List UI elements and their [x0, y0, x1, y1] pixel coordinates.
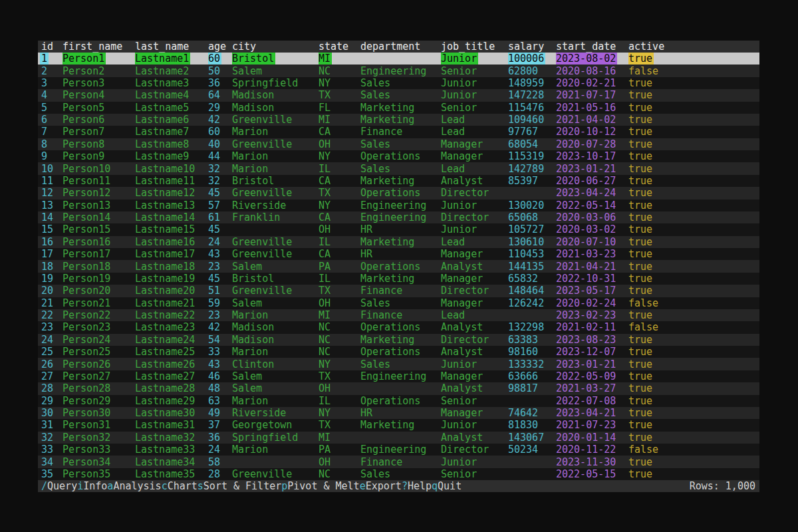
shortcut-label[interactable]: Pivot & Melt [287, 480, 359, 492]
shortcut-label[interactable]: Query [47, 480, 77, 492]
cell-job_title: Junior [441, 53, 508, 65]
column-header-first_name[interactable]: first_name [63, 41, 135, 53]
shortcut-label[interactable]: Help [408, 480, 432, 492]
cell-city: Bristol [232, 273, 319, 285]
cell-id: 2 [38, 65, 63, 76]
cell-id: 5 [38, 102, 63, 114]
column-header-age[interactable]: age [208, 41, 232, 53]
shortcut-key[interactable]: ? [402, 480, 408, 492]
shortcut-label[interactable]: Analysis [113, 480, 161, 492]
shortcut-label[interactable]: Sort & Filter [203, 480, 281, 492]
table-row[interactable]: 34Person34Lastname3458OHFinanceJunior202… [38, 456, 759, 467]
shortcut-label[interactable]: Chart [168, 480, 198, 492]
column-header-job_title[interactable]: job_title [441, 41, 508, 53]
cell-last_name: Lastname23 [135, 321, 208, 333]
table-row[interactable]: 21Person21Lastname2159SalemOHSalesManage… [38, 297, 759, 309]
cell-first_name: Person6 [63, 114, 135, 126]
table-row[interactable]: 10Person10Lastname1032MarionILSalesLead1… [38, 162, 759, 174]
table-row[interactable]: 18Person18Lastname1823SalemPAOperationsA… [38, 260, 759, 272]
table-row[interactable]: 22Person22Lastname2223MarionMIFinanceLea… [38, 309, 759, 321]
cell-id: 31 [38, 419, 63, 431]
column-header-id[interactable]: id [38, 41, 63, 53]
table-row[interactable]: 30Person30Lastname3049RiversideNYHRManag… [38, 407, 759, 419]
table-row[interactable]: 14Person14Lastname1461FranklinCAEngineer… [38, 211, 759, 223]
column-header-state[interactable]: state [319, 41, 360, 53]
table-row[interactable]: 4Person4Lastname464MadisonTXSalesJunior1… [38, 89, 759, 101]
table-row[interactable]: 35Person35Lastname3528GreenvilleNCSalesS… [38, 468, 759, 480]
table-row[interactable]: 6Person6Lastname642GreenvilleMIMarketing… [38, 114, 759, 126]
cell-salary: 85397 [508, 175, 556, 187]
table-row[interactable]: 3Person3Lastname336SpringfieldNYSalesJun… [38, 77, 759, 89]
table-row[interactable]: 27Person27Lastname2746SalemTXEngineering… [38, 370, 759, 382]
shortcut-label[interactable]: Quit [438, 480, 462, 492]
cell-department: Operations [360, 395, 441, 407]
cell-department: Operations [360, 150, 441, 162]
cell-last_name: Lastname22 [135, 309, 208, 321]
cell-age: 60 [208, 126, 232, 138]
cell-city: Springfield [232, 432, 319, 444]
column-header-last_name[interactable]: last_name [135, 41, 208, 53]
table-row[interactable]: 32Person32Lastname3236SpringfieldMIAnaly… [38, 432, 759, 444]
table-row[interactable]: 5Person5Lastname529MadisonFLMarketingSen… [38, 102, 759, 114]
shortcut-key[interactable]: p [281, 480, 287, 492]
table-row[interactable]: 7Person7Lastname760MarionCAFinanceLead97… [38, 126, 759, 138]
shortcut-label[interactable]: Info [83, 480, 107, 492]
shortcut-key[interactable]: a [107, 480, 113, 492]
cell-last_name: Lastname9 [135, 150, 208, 162]
cell-first_name: Person31 [63, 419, 135, 431]
table-row[interactable]: 33Person33Lastname3324MarionPAEngineerin… [38, 444, 759, 456]
shortcut-key[interactable]: i [77, 480, 83, 492]
table-row[interactable]: 26Person26Lastname2643ClintonNYSalesJuni… [38, 358, 759, 370]
table-row[interactable]: 19Person19Lastname1945BristolILMarketing… [38, 273, 759, 285]
cell-id: 15 [38, 223, 63, 235]
table-row[interactable]: 11Person11Lastname1132BristolCAMarketing… [38, 175, 759, 187]
cell-active: true [628, 211, 759, 223]
cell-age: 57 [208, 200, 232, 211]
column-header-start_date[interactable]: start_date [556, 41, 628, 53]
row-count: Rows: 1,000 [690, 480, 759, 492]
shortcut-key[interactable]: c [162, 480, 168, 492]
cell-job_title: Lead [441, 162, 508, 174]
cell-start_date: 2020-03-06 [556, 211, 628, 223]
column-header-city[interactable]: city [232, 41, 319, 53]
cell-start_date: 2022-10-31 [556, 273, 628, 285]
table-row[interactable]: 2Person2Lastname250SalemNCEngineeringSen… [38, 65, 759, 76]
cell-active: false [628, 65, 759, 76]
cell-department: Sales [360, 77, 441, 89]
table-row[interactable]: 23Person23Lastname2342MadisonNCOperation… [38, 321, 759, 333]
column-header-active[interactable]: active [628, 41, 759, 53]
table-row[interactable]: 31Person31Lastname3137GeorgetownTXMarket… [38, 419, 759, 431]
table-row[interactable]: 24Person24Lastname2454MadisonNCMarketing… [38, 334, 759, 346]
cell-last_name: Lastname8 [135, 138, 208, 150]
table-row[interactable]: 17Person17Lastname1743GreenvilleCAHRMana… [38, 248, 759, 260]
cell-start_date: 2023-11-30 [556, 456, 628, 467]
shortcut-key[interactable]: q [432, 480, 438, 492]
table-row[interactable]: 9Person9Lastname944MarionNYOperationsMan… [38, 150, 759, 162]
shortcut-key[interactable]: s [198, 480, 203, 492]
table-row[interactable]: 16Person16Lastname1624GreenvilleILMarket… [38, 236, 759, 248]
shortcut-key[interactable]: / [41, 480, 47, 492]
cell-job_title: Senior [441, 395, 508, 407]
cell-state: CA [319, 211, 360, 223]
table-row[interactable]: 20Person20Lastname2051GreenvilleTXFinanc… [38, 285, 759, 297]
table-row[interactable]: 28Person28Lastname2848SalemOHAnalyst9881… [38, 382, 759, 394]
shortcut-label[interactable]: Export [366, 480, 402, 492]
table-row-selected[interactable]: 1Person1Lastname160BristolMIJunior100006… [38, 53, 759, 65]
table-row[interactable]: 29Person29Lastname2963MarionILOperations… [38, 395, 759, 407]
cell-department: Finance [360, 285, 441, 297]
table-row[interactable]: 25Person25Lastname2533MarionNCOperations… [38, 346, 759, 358]
cell-last_name: Lastname12 [135, 187, 208, 199]
column-header-salary[interactable]: salary [508, 41, 556, 53]
cell-state: NC [319, 321, 360, 333]
cell-active: true [628, 77, 759, 89]
table-row[interactable]: 13Person13Lastname1357RiversideNYEnginee… [38, 200, 759, 211]
cell-active: true [628, 236, 759, 248]
cell-department: Sales [360, 162, 441, 174]
column-header-department[interactable]: department [360, 41, 441, 53]
table-row[interactable]: 8Person8Lastname840GreenvilleOHSalesMana… [38, 138, 759, 150]
cell-last_name: Lastname16 [135, 236, 208, 248]
table-row[interactable]: 12Person12Lastname1245GreenvilleTXOperat… [38, 187, 759, 199]
shortcut-key[interactable]: e [360, 480, 366, 492]
table-body: 1Person1Lastname160BristolMIJunior100006… [38, 53, 759, 480]
table-row[interactable]: 15Person15Lastname1545OHHRJunior10572720… [38, 223, 759, 235]
